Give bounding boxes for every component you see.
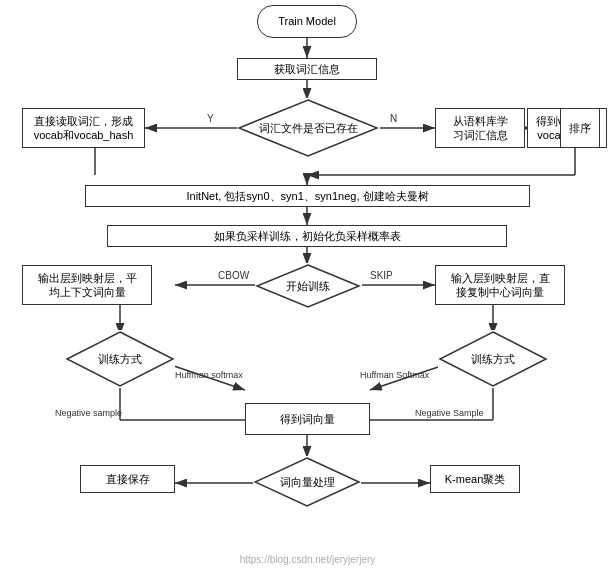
get-word-vec-node: 得到词向量: [245, 403, 370, 435]
flowchart: Y N CBOW SKIP Huffman softmax Huffman So…: [0, 0, 615, 573]
sort-node: 排序: [560, 108, 600, 148]
svg-text:SKIP: SKIP: [370, 270, 393, 281]
save-node: 直接保存: [80, 465, 175, 493]
train-model-node: Train Model: [257, 5, 357, 38]
train-mode-left-diamond: 训练方式: [65, 330, 175, 388]
read-vocab-node: 直接读取词汇，形成 vocab和vocab_hash: [22, 108, 145, 148]
train-mode-right-diamond: 训练方式: [438, 330, 548, 388]
svg-text:N: N: [390, 113, 397, 124]
svg-text:Negative Sample: Negative Sample: [415, 408, 484, 418]
svg-text:CBOW: CBOW: [218, 270, 250, 281]
svg-line-16: [165, 363, 245, 390]
svg-text:Huffman Softmax: Huffman Softmax: [360, 370, 430, 380]
learn-vocab-node: 从语料库学 习词汇信息: [435, 108, 525, 148]
vocab-exists-diamond: 词汇文件是否已存在: [237, 98, 379, 158]
cbow-node: 输出层到映射层，平 均上下文词向量: [22, 265, 152, 305]
svg-text:Negative sample: Negative sample: [55, 408, 122, 418]
init-net-node: InitNet, 包括syn0、syn1、syn1neg, 创建哈夫曼树: [85, 185, 530, 207]
svg-text:Huffman softmax: Huffman softmax: [175, 370, 243, 380]
process-vec-diamond: 词向量处理: [253, 456, 361, 508]
skip-node: 输入层到映射层，直 接复制中心词向量: [435, 265, 565, 305]
svg-text:Y: Y: [207, 113, 214, 124]
get-vocab-node: 获取词汇信息: [237, 58, 377, 80]
neg-sample-init-node: 如果负采样训练，初始化负采样概率表: [107, 225, 507, 247]
kmeans-node: K-mean聚类: [430, 465, 520, 493]
watermark: https://blog.csdn.net/jeryjerjery: [240, 554, 376, 565]
start-train-diamond: 开始训练: [255, 263, 361, 309]
